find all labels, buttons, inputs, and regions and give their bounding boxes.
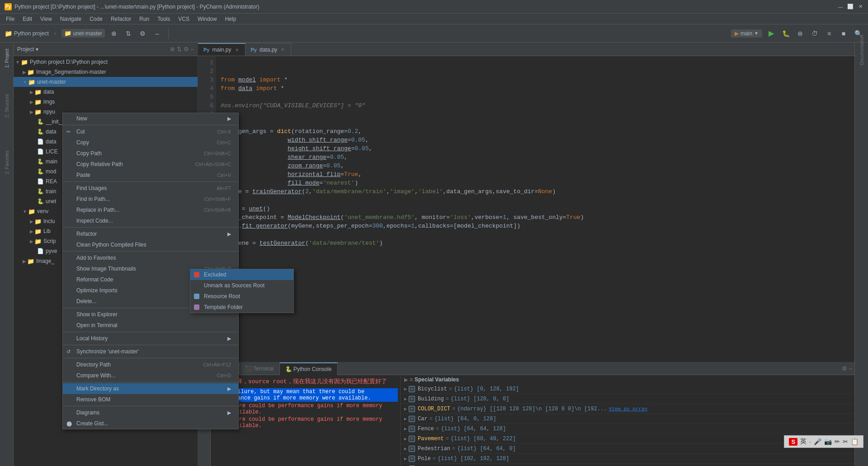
localize-icon-btn[interactable]: ⊕ [108,28,119,39]
code-content[interactable]: from model import * from data import * #… [216,56,854,362]
tree-root[interactable]: ▼ 📁 Python project D:\Python project [14,57,198,67]
camera-icon[interactable]: 📷 [824,438,832,445]
ctx-open-terminal[interactable]: Open in Terminal [63,320,238,331]
ctx-mark-directory[interactable]: Mark Directory as ▶ [63,383,238,394]
chinese-mode[interactable]: 英 [800,437,807,446]
ctx-synchronize[interactable]: ↺ Synchronize 'unet-master' [63,346,238,357]
concurrency-btn[interactable]: ≡ [824,28,835,39]
menu-refactor[interactable]: Refactor [107,15,135,23]
run-btn[interactable]: ▶ [766,28,777,39]
ctx-show-in-explorer[interactable]: Show in Explorer [63,309,238,320]
ctx-directory-path[interactable]: Directory Path Ctrl+Alt+F12 [63,359,238,370]
scroll-icon-btn[interactable]: ⇅ [123,28,134,39]
ctx-find-in-path[interactable]: Find in Path... Ctrl+Shift+F [63,194,238,204]
tree-item-image-seg[interactable]: ▶ 📁 Image_Segmentation-master [14,67,198,77]
menu-code[interactable]: Code [86,15,106,23]
var-bicyclist-val: {list} [0, 128, 192] [454,386,519,392]
menu-run[interactable]: Run [136,15,153,23]
menu-view[interactable]: View [37,15,56,23]
code-line-12: shear_range =0.05, [221,153,850,162]
scissors-icon[interactable]: ✂ [843,438,848,445]
ctx-reformat[interactable]: Reformat Code Ctrl+Alt+L [63,274,238,285]
minimize-panel-btn[interactable]: – [152,28,163,39]
profile-btn[interactable]: ⏱ [809,28,820,39]
debug-btn[interactable]: 🐛 [780,28,791,39]
right-sidebar: Documentation [854,43,868,466]
tree-item-imgs[interactable]: ▶ 📁 imgs [14,97,198,107]
maximize-btn[interactable]: ⬜ [847,4,854,10]
tree-lib-label: Lib [43,228,51,234]
menu-help[interactable]: Help [222,15,240,23]
sougou-icon[interactable]: S [789,438,797,446]
var-type-icon6: = [409,436,415,442]
ctx-copy-rel-path[interactable]: Copy Relative Path Ctrl+Alt+Shift+C [63,159,238,170]
tree-item-unet[interactable]: ▼ 📁 unet-master [14,77,198,87]
special-vars-expand[interactable]: ▶ [404,377,408,382]
ctx-find-usages[interactable]: Find Usages Alt+F7 [63,183,238,194]
sidebar-icon-favorites[interactable]: 2: Favorites [2,149,12,176]
ctx-show-thumbnails[interactable]: Show Image Thumbnails Ctrl+Shift+T [63,263,238,274]
panel-scroll-icon[interactable]: ⇅ [177,46,182,52]
panel-hide-icon2[interactable]: – [849,365,852,372]
ctx-paste[interactable]: Paste Ctrl+V [63,170,238,181]
tab-main-close[interactable]: ✕ [234,47,240,53]
ctx-copy-path[interactable]: Copy Path Ctrl+Shift+C [63,148,238,159]
console-line-1: be a failure, but may mean that there co… [213,388,398,402]
sidebar-icon-project[interactable]: 1: Project [2,45,12,72]
pen-icon[interactable]: ✏ [835,438,840,445]
tree-item-data[interactable]: ▶ 📁 data [14,87,198,97]
run-config[interactable]: ▶ main ▼ [731,29,762,38]
menu-file[interactable]: File [2,15,18,23]
minimize-btn[interactable]: — [837,4,844,10]
console-line-2: that there could be performance gains if… [213,403,398,415]
menu-vcs[interactable]: VCS [175,15,193,23]
ctx-clean-py[interactable]: Clean Python Compiled Files [63,239,238,250]
tree-scrip-label: Scrip [43,238,56,244]
panel-settings-icon2[interactable]: ⚙ [842,365,847,372]
panel-localize-icon[interactable]: ⊕ [170,46,175,52]
menu-icon[interactable]: 📋 [851,438,859,445]
ctx-new[interactable]: New ▶ [63,113,238,124]
ctx-cut[interactable]: ✂ Cut Ctrl+X [63,126,238,137]
tab-terminal[interactable]: ⬛ Terminal [240,362,280,375]
var-view-array-link[interactable]: View as Array [609,406,648,412]
ctx-diagrams[interactable]: Diagrams ▶ [63,407,238,418]
settings-icon-btn[interactable]: ⚙ [137,28,148,39]
tab-main-py[interactable]: Py main.py ✕ [198,43,245,56]
panel-hide-icon[interactable]: – [191,46,194,52]
ctx-add-favorites[interactable]: Add to Favorites [63,252,238,263]
right-icon-doc[interactable]: Documentation [857,45,867,55]
var-color-dict-val: {ndarray} [[128 128 128]\n [128 0 0]\n [… [457,406,607,412]
tab-data-close[interactable]: ✕ [280,47,285,52]
code-line-8 [221,119,850,127]
ctx-create-gist[interactable]: ⬤ Create Gist... [63,418,238,429]
ctx-inspect-code[interactable]: Inspect Code... [63,215,238,226]
ctx-refactor[interactable]: Refactor ▶ [63,228,238,239]
mic-icon[interactable]: 🎤 [814,438,821,445]
menu-tools[interactable]: Tools [154,15,174,23]
var-bicyclist-name: Bicyclist [418,386,447,392]
code-line-5 [221,93,850,101]
ctx-remove-bom[interactable]: Remove BOM [63,394,238,405]
ctx-compare-with[interactable]: Compare With... Ctrl+D [63,370,238,381]
tab-data-py[interactable]: Py data.py ✕ [245,43,292,56]
ctx-copy[interactable]: Copy Ctrl+C [63,137,238,148]
stop-btn[interactable]: ■ [838,28,849,39]
close-btn[interactable]: ✕ [857,4,863,10]
menu-navigate[interactable]: Navigate [57,15,85,23]
tab-python-console[interactable]: 🐍 Python Console [280,362,338,375]
menu-edit[interactable]: Edit [19,15,36,23]
tab-main-label: main.py [212,47,231,53]
panel-settings-icon[interactable]: ⚙ [184,46,189,52]
ctx-replace-in-path[interactable]: Replace in Path... Ctrl+Shift+R [63,204,238,215]
var-type-icon5: = [409,426,415,432]
sidebar-icon-structure[interactable]: Z: Structure [2,92,12,119]
var-color-dict: ▶ = COLOR_DICT = {ndarray} [[128 128 128… [401,404,854,414]
menu-window[interactable]: Window [194,15,221,23]
coverage-btn[interactable]: ⊛ [795,28,806,39]
ctx-local-history[interactable]: Local History ▶ [63,333,238,344]
ctx-optimize-imports[interactable]: Optimize Imports Ctrl+Alt+O [63,285,238,296]
var-pedestrian-val: {list} [64, 64, 0] [457,446,516,452]
ctx-delete[interactable]: Delete... Delete [63,296,238,307]
var-type-icon: = [409,386,415,392]
